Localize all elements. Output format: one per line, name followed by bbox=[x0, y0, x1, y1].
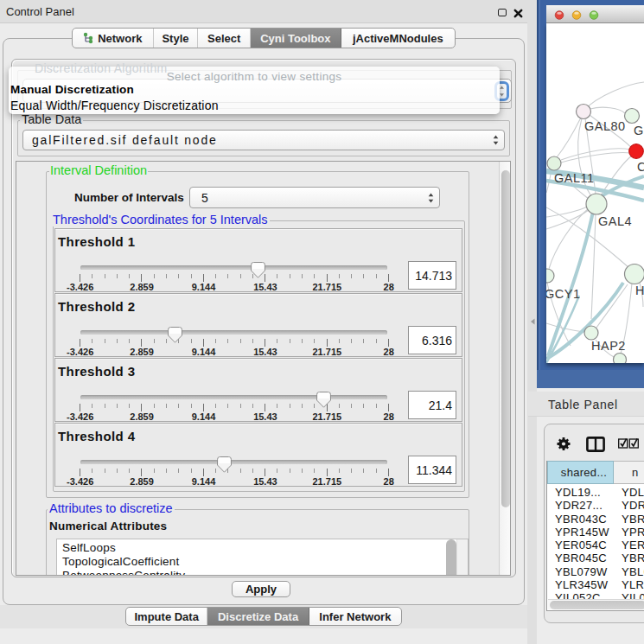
svg-text:GAL11: GAL11 bbox=[554, 171, 595, 185]
svg-text:H: H bbox=[635, 284, 644, 297]
svg-text:C: C bbox=[637, 160, 644, 174]
svg-text:G.: G. bbox=[634, 124, 644, 137]
svg-text:GAL4: GAL4 bbox=[598, 214, 632, 228]
svg-text:GAL80: GAL80 bbox=[584, 119, 626, 133]
svg-text:GCY1: GCY1 bbox=[546, 287, 581, 301]
svg-text:HAP2: HAP2 bbox=[591, 339, 626, 353]
